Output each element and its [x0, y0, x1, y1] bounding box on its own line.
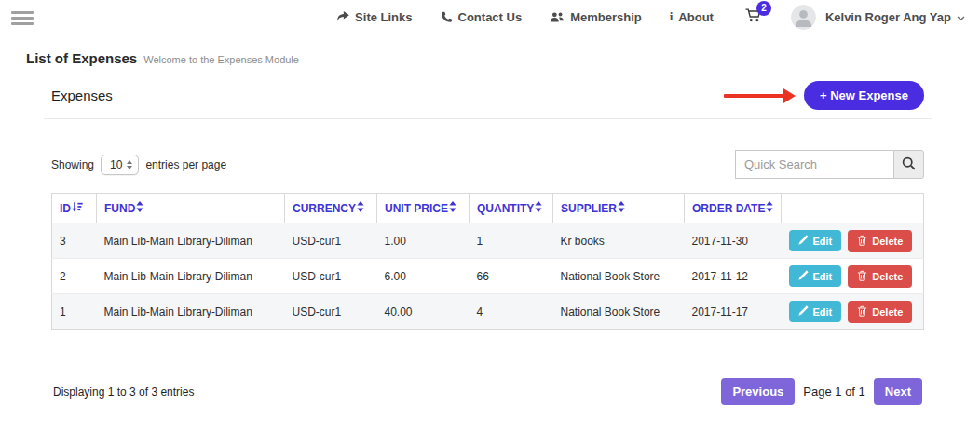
delete-button[interactable]: Delete — [848, 230, 912, 252]
trash-icon — [857, 270, 867, 283]
cell-quantity: 1 — [470, 223, 553, 259]
user-menu[interactable]: Kelvin Roger Ang Yap — [825, 10, 965, 24]
delete-button[interactable]: Delete — [848, 301, 912, 323]
pencil-icon — [798, 235, 809, 247]
cell-fund: Main Lib-Main Library-Diliman — [97, 259, 285, 294]
column-header-order-date[interactable]: ORDER DATE — [685, 194, 782, 223]
top-navbar: Site Links Contact Us Membership i About — [0, 0, 980, 34]
expenses-table: ID FUND CU — [51, 193, 924, 330]
chevron-down-icon — [957, 10, 965, 24]
column-header-actions — [782, 194, 924, 223]
page-heading: List of Expenses Welcome to the Expenses… — [0, 34, 980, 66]
delete-button[interactable]: Delete — [848, 265, 912, 288]
page-info: Page 1 of 1 — [803, 385, 865, 399]
quick-search — [735, 150, 924, 179]
edit-button[interactable]: Edit — [789, 265, 842, 287]
column-header-currency[interactable]: CURRENCY — [285, 194, 377, 223]
nav-site-links-label: Site Links — [355, 10, 412, 24]
showing-label: Showing — [51, 158, 94, 171]
cell-id: 1 — [52, 294, 97, 330]
pencil-icon — [798, 270, 809, 282]
cell-order-date: 2017-11-12 — [685, 259, 782, 294]
per-page-select[interactable]: 10 — [101, 155, 139, 175]
panel-title: Expenses — [51, 88, 113, 103]
column-header-supplier[interactable]: SUPPLIER — [553, 194, 685, 223]
sort-icon — [357, 201, 364, 215]
cell-currency: USD-cur1 — [285, 294, 377, 330]
entries-per-page-control: Showing 10 entries per page — [51, 155, 226, 175]
cell-quantity: 4 — [470, 294, 553, 330]
sort-amount-icon — [72, 202, 83, 215]
nav-site-links[interactable]: Site Links — [336, 10, 412, 24]
page-subtitle: Welcome to the Expenses Module — [143, 54, 299, 65]
nav-about[interactable]: i About — [670, 9, 714, 24]
search-button[interactable] — [893, 150, 924, 179]
cart-badge: 2 — [756, 1, 771, 16]
share-icon — [336, 11, 349, 22]
per-page-value: 10 — [110, 158, 122, 171]
menu-icon[interactable] — [11, 9, 34, 25]
cell-supplier: National Book Store — [553, 294, 685, 330]
column-header-fund[interactable]: FUND — [97, 194, 285, 223]
next-button[interactable]: Next — [874, 378, 922, 405]
pagination: Previous Page 1 of 1 Next — [721, 378, 922, 405]
table-row: 3 Main Lib-Main Library-Diliman USD-cur1… — [52, 223, 924, 259]
trash-icon — [857, 235, 867, 248]
column-header-unit-price[interactable]: UNIT PRICE — [377, 194, 470, 223]
entries-per-page-label: entries per page — [145, 158, 226, 171]
sort-icon — [535, 201, 542, 215]
info-icon: i — [670, 9, 674, 24]
column-header-id[interactable]: ID — [52, 194, 97, 223]
cell-id: 2 — [52, 259, 97, 294]
nav-membership-label: Membership — [570, 10, 642, 24]
edit-button[interactable]: Edit — [789, 301, 842, 322]
cell-currency: USD-cur1 — [285, 259, 377, 294]
displaying-entries-text: Displaying 1 to 3 of 3 entries — [53, 385, 194, 399]
cell-fund: Main Lib-Main Library-Diliman — [97, 294, 285, 330]
cell-id: 3 — [52, 223, 97, 259]
table-row: 1 Main Lib-Main Library-Diliman USD-cur1… — [52, 294, 924, 330]
new-expense-button[interactable]: + New Expense — [804, 81, 924, 110]
cell-unit-price: 40.00 — [377, 294, 470, 330]
stepper-icon — [127, 160, 132, 169]
trash-icon — [857, 305, 867, 318]
sort-icon — [766, 201, 773, 215]
column-header-quantity[interactable]: QUANTITY — [470, 194, 553, 223]
search-icon — [902, 156, 916, 173]
phone-icon — [441, 11, 453, 23]
sort-icon — [449, 201, 456, 215]
pencil-icon — [798, 305, 809, 318]
sort-icon — [136, 201, 143, 215]
cell-supplier: Kr books — [553, 223, 685, 259]
previous-button[interactable]: Previous — [721, 378, 795, 405]
red-arrow-annotation — [724, 88, 796, 103]
cell-unit-price: 1.00 — [377, 223, 470, 259]
cell-fund: Main Lib-Main Library-Diliman — [97, 223, 285, 259]
table-row: 2 Main Lib-Main Library-Diliman USD-cur1… — [52, 259, 924, 294]
cell-quantity: 66 — [470, 259, 553, 294]
table-header-row: ID FUND CU — [52, 194, 924, 223]
cell-currency: USD-cur1 — [285, 223, 377, 259]
navbar-links: Site Links Contact Us Membership i About — [308, 5, 965, 30]
nav-contact-us-label: Contact Us — [458, 10, 523, 24]
nav-contact-us[interactable]: Contact Us — [441, 10, 523, 24]
users-icon — [550, 11, 565, 23]
edit-button[interactable]: Edit — [789, 230, 842, 251]
user-name: Kelvin Roger Ang Yap — [825, 10, 951, 24]
cell-unit-price: 6.00 — [377, 259, 470, 294]
nav-about-label: About — [678, 10, 714, 24]
cell-supplier: National Book Store — [553, 259, 685, 294]
sort-icon — [618, 201, 625, 215]
expenses-panel: Expenses + New Expense Showing 10 entrie… — [44, 75, 932, 405]
page-title: List of Expenses — [26, 50, 137, 66]
nav-membership[interactable]: Membership — [550, 10, 642, 24]
cart-button[interactable]: 2 — [745, 8, 761, 26]
cell-order-date: 2017-11-30 — [685, 223, 782, 259]
divider — [44, 118, 932, 119]
avatar[interactable] — [791, 5, 816, 30]
cell-order-date: 2017-11-17 — [685, 294, 782, 330]
search-input[interactable] — [735, 150, 893, 179]
